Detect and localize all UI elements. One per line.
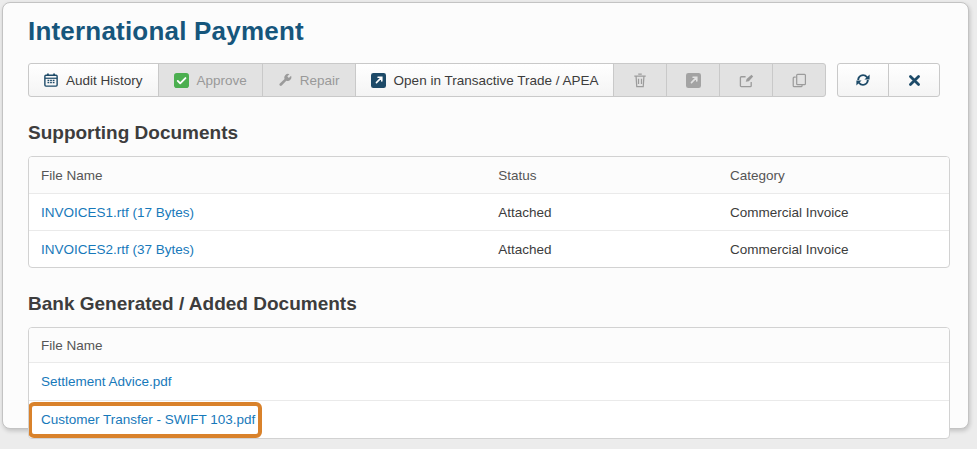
edit-button[interactable] [719,63,773,97]
approve-button[interactable]: Approve [158,63,263,97]
status-cell: Attached [498,205,730,220]
column-header-file-name: File Name [29,168,498,183]
page-title: International Payment [28,3,943,47]
copy-button[interactable] [772,63,826,97]
table-row: INVOICES2.rtf (37 Bytes) Attached Commer… [29,230,949,267]
external-link-icon [686,73,701,88]
table-row: Customer Transfer - SWIFT 103.pdf [29,400,949,438]
repair-label: Repair [300,73,340,88]
supporting-documents-heading: Supporting Documents [28,122,943,144]
column-header-category: Category [730,168,949,183]
bank-documents-heading: Bank Generated / Added Documents [28,293,943,315]
column-header-status: Status [498,168,730,183]
repair-button[interactable]: Repair [262,63,356,97]
bank-documents-table: File Name Settlement Advice.pdf Customer… [28,327,950,439]
file-link-customer-transfer-swift[interactable]: Customer Transfer - SWIFT 103.pdf [41,412,255,427]
column-header-file-name: File Name [29,338,498,353]
wrench-icon [278,73,292,87]
file-link-invoices1[interactable]: INVOICES1.rtf (17 Bytes) [41,205,194,220]
delete-button[interactable] [613,63,667,97]
audit-history-button[interactable]: Audit History [28,63,159,97]
action-button-group: Audit History Approve Repair [28,63,826,97]
open-in-transactive-button[interactable]: Open in Transactive Trade / APEA [355,63,615,97]
refresh-button[interactable] [837,63,889,97]
approve-label: Approve [197,73,247,88]
toolbar: Audit History Approve Repair [28,63,943,97]
table-row: INVOICES1.rtf (17 Bytes) Attached Commer… [29,193,949,230]
open-external-button[interactable] [666,63,720,97]
table-header-row: File Name Status Category [29,157,949,193]
trash-icon [633,73,647,88]
table-row: Settlement Advice.pdf [29,362,949,400]
file-link-invoices2[interactable]: INVOICES2.rtf (37 Bytes) [41,242,194,257]
check-square-icon [174,73,189,88]
category-cell: Commercial Invoice [730,242,949,257]
close-icon [908,74,921,87]
window-button-group [837,63,940,97]
category-cell: Commercial Invoice [730,205,949,220]
file-link-settlement-advice[interactable]: Settlement Advice.pdf [41,374,172,389]
status-cell: Attached [498,242,730,257]
supporting-documents-table: File Name Status Category INVOICES1.rtf … [28,156,950,268]
international-payment-panel: International Payment Audit History [2,2,969,429]
edit-icon [739,73,754,88]
external-link-icon [371,73,386,88]
copy-icon [792,73,807,88]
refresh-icon [855,72,871,88]
calendar-icon [44,73,58,87]
open-in-transactive-label: Open in Transactive Trade / APEA [394,73,599,88]
table-header-row: File Name [29,328,949,362]
audit-history-label: Audit History [66,73,143,88]
close-button[interactable] [888,63,940,97]
